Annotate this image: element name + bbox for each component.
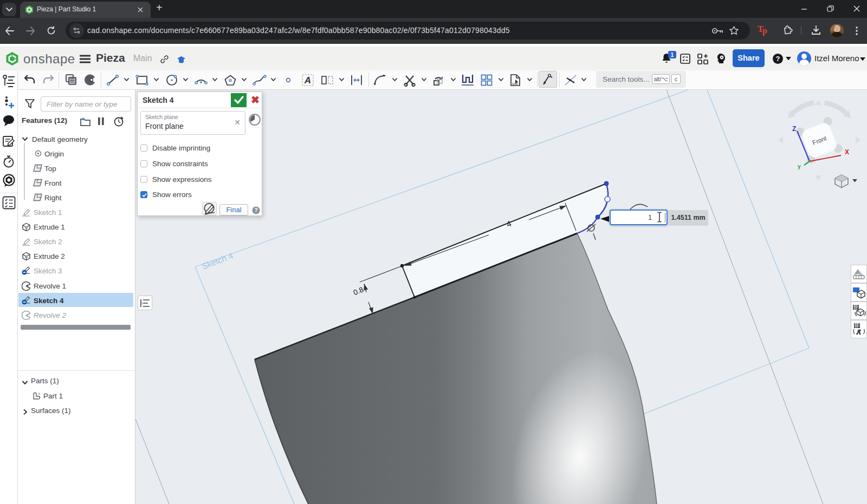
svg-text:?: ?: [776, 55, 780, 63]
svg-text:X: X: [845, 148, 849, 156]
svg-text:?: ?: [254, 207, 257, 213]
svg-text:y: y: [798, 163, 801, 169]
svg-text:DXF: DXF: [512, 82, 519, 86]
svg-text:Z: Z: [792, 125, 796, 133]
svg-text:Sketch 4: Sketch 4: [200, 251, 235, 271]
svg-text:0.8: 0.8: [352, 285, 365, 297]
svg-text:A: A: [304, 75, 311, 86]
